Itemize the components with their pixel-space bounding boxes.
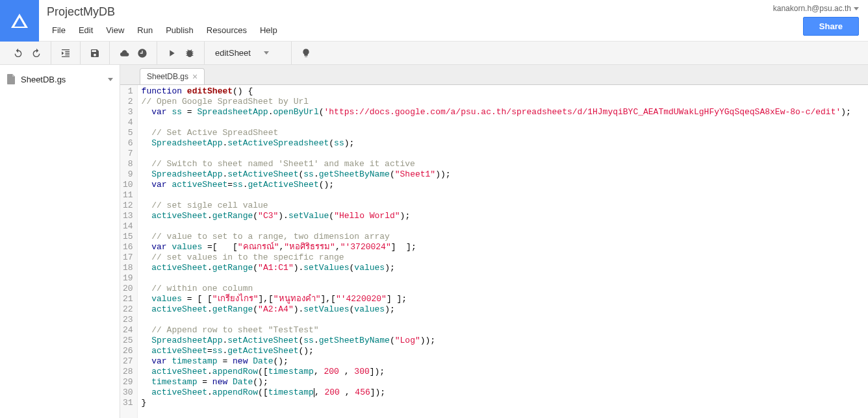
dropdown-icon <box>854 7 859 10</box>
menu-bar: FileEditViewRunPublishResourcesHelp <box>45 23 773 38</box>
drive-logo[interactable] <box>0 0 39 42</box>
file-sidebar: SheetDB.gs <box>0 65 120 418</box>
code-content[interactable]: function editSheet() {// Open Google Spr… <box>138 85 851 418</box>
menu-resources[interactable]: Resources <box>200 23 253 38</box>
function-selected-label: editSheet <box>215 48 251 58</box>
undo-button[interactable] <box>9 45 27 62</box>
script-file-icon <box>6 74 16 84</box>
dropdown-icon <box>264 51 269 55</box>
toolbar: editSheet <box>0 42 868 65</box>
triggers-button[interactable] <box>133 45 151 62</box>
sidebar-file-label: SheetDB.gs <box>21 75 66 84</box>
tab-label: SheetDB.gs <box>147 72 188 81</box>
editor-tabs: SheetDB.gs × <box>120 65 868 84</box>
save-button[interactable] <box>86 45 104 62</box>
dropdown-icon[interactable] <box>108 78 113 81</box>
menu-view[interactable]: View <box>99 23 131 38</box>
share-button[interactable]: Share <box>803 17 859 36</box>
line-gutter: 1234567891011121314151617181920212223242… <box>120 85 138 418</box>
menu-publish[interactable]: Publish <box>159 23 200 38</box>
redo-button[interactable] <box>27 45 45 62</box>
menu-run[interactable]: Run <box>131 23 159 38</box>
app-header: ProjectMyDB FileEditViewRunPublishResour… <box>0 0 868 42</box>
function-selector[interactable]: editSheet <box>210 47 286 59</box>
sidebar-file-item[interactable]: SheetDB.gs <box>0 70 120 88</box>
menu-edit[interactable]: Edit <box>72 23 99 38</box>
debug-button[interactable] <box>181 45 199 62</box>
editor-tab[interactable]: SheetDB.gs × <box>140 68 205 84</box>
main-content: SheetDB.gs SheetDB.gs × 1234567891011121… <box>0 65 868 418</box>
cloud-button[interactable] <box>115 45 133 62</box>
editor-area: SheetDB.gs × 123456789101112131415161718… <box>120 65 868 418</box>
user-account-menu[interactable]: kanakorn.h@psu.ac.th <box>773 4 859 13</box>
user-email-label: kanakorn.h@psu.ac.th <box>773 4 851 13</box>
menu-file[interactable]: File <box>45 23 72 38</box>
help-lightbulb-button[interactable] <box>297 45 315 62</box>
code-editor[interactable]: 1234567891011121314151617181920212223242… <box>120 84 868 418</box>
header-right: kanakorn.h@psu.ac.th Share <box>773 0 868 36</box>
document-title[interactable]: ProjectMyDB <box>45 3 116 21</box>
menu-help[interactable]: Help <box>253 23 284 38</box>
tab-close-icon[interactable]: × <box>192 72 198 81</box>
indent-button[interactable] <box>57 45 75 62</box>
run-button[interactable] <box>162 45 181 62</box>
header-main: ProjectMyDB FileEditViewRunPublishResour… <box>39 0 773 38</box>
